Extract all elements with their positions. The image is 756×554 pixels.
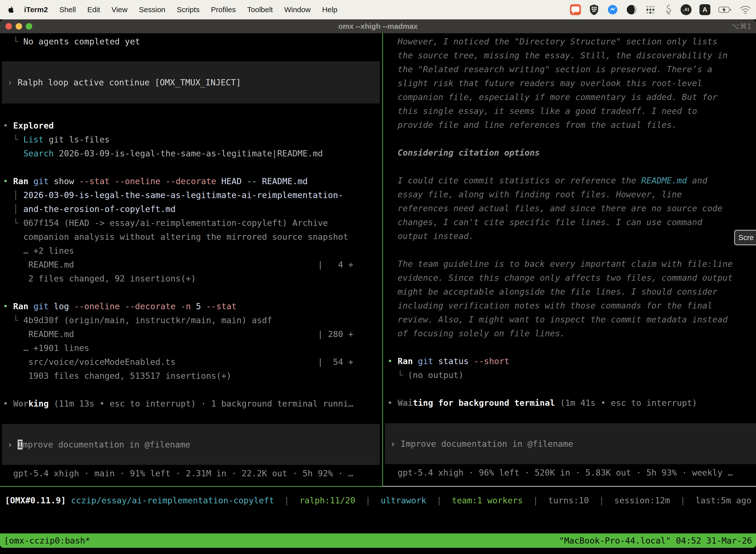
text-segment: (1m 41s • esc to interrupt): [555, 398, 697, 408]
text-segment: evidence. Since this change only affects…: [387, 273, 733, 283]
text-segment: └: [3, 315, 23, 325]
tmux-host-clock-label: "MacBook-Pro-44.local" 04:52 31-Mar-26: [559, 536, 752, 546]
menu-window[interactable]: Window: [278, 5, 316, 14]
thinking-text: the source tree, missing the essay. Stil…: [383, 48, 756, 62]
menu-session[interactable]: Session: [133, 5, 171, 14]
git-show-output-line: … +2 lines: [0, 244, 382, 258]
text-segment: └: [3, 134, 23, 145]
text-segment: However, I noticed the "Directory Struct…: [387, 37, 717, 46]
text-segment: (no output): [408, 370, 463, 380]
text-segment: |: [274, 495, 299, 505]
blank-line: [0, 383, 382, 397]
blank-line: [383, 243, 756, 257]
text-segment: --: [247, 176, 257, 186]
menu-shell[interactable]: Shell: [54, 5, 82, 14]
text-segment: [69, 301, 74, 311]
thinking-text: review. Also, I might want to inspect th…: [383, 313, 756, 326]
text-segment: Explored: [13, 121, 54, 130]
window-title: omx --xhigh --madmax: [338, 19, 418, 33]
text-segment: Ran: [13, 301, 28, 311]
traffic-lights: [5, 23, 32, 30]
text-segment: status: [438, 356, 469, 366]
text-segment: last:5m ago: [695, 495, 751, 505]
blank-line: [383, 132, 756, 146]
text-segment: output instead.: [387, 231, 474, 241]
tmux-pane-left[interactable]: └ No agents completed yet› Ralph loop ac…: [0, 33, 382, 486]
battery-charging-icon[interactable]: [718, 6, 732, 13]
close-button[interactable]: [5, 23, 12, 30]
text-segment: review. Also, I might want to inspect th…: [387, 315, 728, 324]
text-segment: 067f154 (HEAD -> essay/ai-reimplementati…: [23, 218, 328, 228]
text-segment: [216, 176, 221, 186]
text-segment: HEAD: [221, 176, 242, 186]
model-status-line: gpt-5.4 xhigh · 96% left · 520K in · 5.8…: [383, 466, 756, 480]
window-shortcut-badge: ⌥⌘1: [732, 19, 752, 33]
text-segment: [OMX#0.11.9]: [5, 495, 66, 505]
text-segment: companion analysis without altering the …: [3, 232, 348, 242]
window-titlebar[interactable]: omx --xhigh --madmax ⌥⌘1: [0, 19, 756, 33]
chat-icon[interactable]: [570, 4, 581, 15]
text-segment: [28, 301, 33, 311]
menu-toolbelt[interactable]: Toolbelt: [242, 5, 278, 14]
text-segment: src/voice/voiceModeEnabled.ts | 54 +: [3, 357, 353, 367]
text-segment: [433, 356, 438, 366]
text-segment: Ralph loop active continue [OMX_TMUX_INJ…: [18, 77, 241, 88]
git-log-stat-line: 1903 files changed, 513517 insertions(+): [0, 369, 382, 383]
text-segment: ›: [390, 439, 400, 449]
menu-profiles[interactable]: Profiles: [205, 5, 241, 14]
messenger-bolt-icon[interactable]: [607, 4, 618, 15]
text-segment: ultrawork: [381, 495, 426, 505]
tmux-pane-right[interactable]: However, I noticed the "Directory Struct…: [383, 33, 756, 486]
text-segment: mprove documentation in @filename: [22, 440, 190, 449]
pane-divider[interactable]: [382, 33, 383, 487]
explored-search-line: Search 2026-03-09-is-legal-the-same-as-l…: [0, 147, 382, 160]
text-segment: |: [426, 495, 452, 505]
text-segment: The team guideline is to back every impo…: [387, 259, 733, 269]
minimize-button[interactable]: [16, 23, 22, 30]
prompt-input[interactable]: › Improve documentation in @filename: [385, 423, 756, 464]
thinking-text: The team guideline is to back every impo…: [383, 257, 756, 271]
squiggle-icon[interactable]: [664, 4, 673, 15]
thinking-text: this single essay, it seems like a good …: [383, 104, 756, 118]
thinking-text: evidence. Since this change only affects…: [383, 271, 756, 285]
text-segment: 2026-03-09-is-legal-the-same-as-legitima…: [23, 190, 343, 200]
pie-crescent-icon[interactable]: [626, 4, 637, 15]
text-segment: provide file and line references from th…: [387, 120, 677, 130]
ran-git-show-line: • Ran git show --stat --oneline --decora…: [0, 174, 382, 188]
prompt-input[interactable]: › Improve documentation in @filename: [2, 424, 380, 465]
thinking-heading: Considering citation options: [383, 146, 756, 160]
text-segment: and: [687, 175, 707, 185]
git-log-stat-line: README.md | 280 +: [0, 327, 382, 341]
menu-scripts[interactable]: Scripts: [171, 5, 205, 14]
gauge-icon[interactable]: ..61: [681, 4, 692, 15]
tmux-status-bar: [omx-cczip0:bash* "MacBook-Pro-44.local"…: [0, 534, 756, 548]
wifi-icon[interactable]: [740, 5, 751, 14]
text-segment: README.md: [262, 176, 308, 186]
zoom-button[interactable]: [26, 23, 32, 30]
thinking-text: including verification notes with those …: [383, 298, 756, 313]
apple-menu-icon[interactable]: [7, 6, 15, 13]
text-segment: including verification notes with those …: [387, 300, 712, 311]
text-segment: git: [34, 301, 49, 311]
thinking-text: However, I noticed the "Directory Struct…: [383, 35, 756, 48]
text-segment: •: [387, 356, 397, 366]
cmd-wrap-line: │ and-the-erosion-of-copyleft.md: [0, 202, 382, 216]
shield-grid-icon[interactable]: [589, 4, 599, 15]
git-show-stat-line: README.md | 4 +: [0, 258, 382, 272]
text-segment: might be acceptable alongside the file l…: [387, 287, 717, 296]
text-segment: [49, 301, 54, 311]
screen-overlay-button[interactable]: Scre: [734, 230, 756, 245]
model-status-line: gpt-5.4 xhigh · main · 91% left · 2.31M …: [0, 466, 382, 480]
thinking-text: slight risk that future readers may over…: [383, 76, 756, 90]
iterm-window: omx --xhigh --madmax ⌥⌘1 └ No agents com…: [0, 19, 756, 548]
dots-grid-icon[interactable]: [645, 4, 656, 15]
menu-view[interactable]: View: [106, 5, 133, 14]
text-segment: --oneline: [115, 176, 160, 186]
text-segment: turns:10: [548, 495, 589, 505]
menu-edit[interactable]: Edit: [82, 5, 106, 14]
explored-header: • Explored: [0, 119, 382, 132]
menu-help[interactable]: Help: [316, 5, 343, 14]
menu-iterm2[interactable]: iTerm2: [18, 5, 54, 14]
letter-a-icon[interactable]: A: [699, 4, 710, 15]
text-segment: Wor: [13, 399, 28, 408]
